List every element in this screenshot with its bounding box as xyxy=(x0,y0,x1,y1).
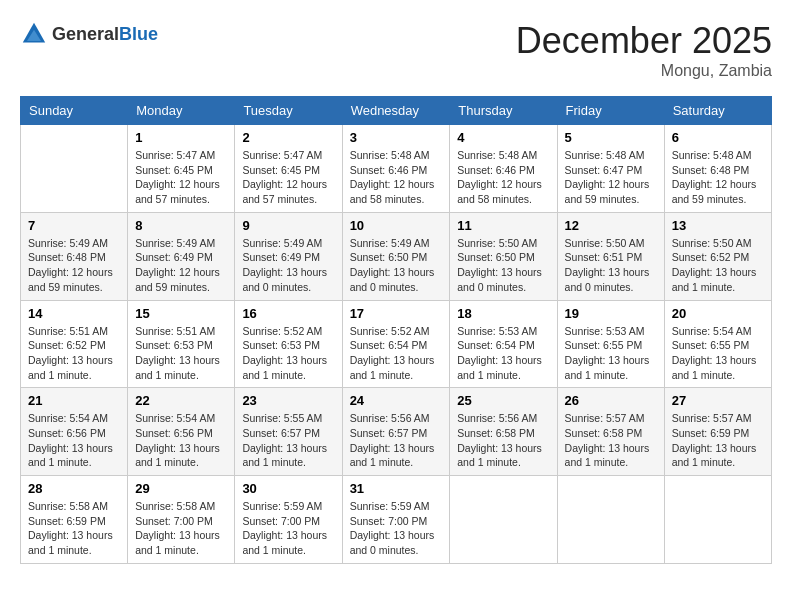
day-info: Sunrise: 5:52 AM Sunset: 6:53 PM Dayligh… xyxy=(242,324,334,383)
day-info: Sunrise: 5:59 AM Sunset: 7:00 PM Dayligh… xyxy=(242,499,334,558)
calendar-cell xyxy=(450,476,557,564)
day-number: 5 xyxy=(565,130,657,145)
day-number: 22 xyxy=(135,393,227,408)
calendar-cell: 29Sunrise: 5:58 AM Sunset: 7:00 PM Dayli… xyxy=(128,476,235,564)
calendar-cell: 22Sunrise: 5:54 AM Sunset: 6:56 PM Dayli… xyxy=(128,388,235,476)
day-number: 15 xyxy=(135,306,227,321)
day-info: Sunrise: 5:48 AM Sunset: 6:47 PM Dayligh… xyxy=(565,148,657,207)
calendar-cell: 16Sunrise: 5:52 AM Sunset: 6:53 PM Dayli… xyxy=(235,300,342,388)
day-number: 12 xyxy=(565,218,657,233)
calendar-cell: 28Sunrise: 5:58 AM Sunset: 6:59 PM Dayli… xyxy=(21,476,128,564)
day-info: Sunrise: 5:55 AM Sunset: 6:57 PM Dayligh… xyxy=(242,411,334,470)
day-number: 27 xyxy=(672,393,764,408)
calendar-cell: 7Sunrise: 5:49 AM Sunset: 6:48 PM Daylig… xyxy=(21,212,128,300)
calendar-cell: 8Sunrise: 5:49 AM Sunset: 6:49 PM Daylig… xyxy=(128,212,235,300)
calendar-cell: 20Sunrise: 5:54 AM Sunset: 6:55 PM Dayli… xyxy=(664,300,771,388)
day-info: Sunrise: 5:58 AM Sunset: 6:59 PM Dayligh… xyxy=(28,499,120,558)
day-number: 30 xyxy=(242,481,334,496)
day-number: 26 xyxy=(565,393,657,408)
day-number: 10 xyxy=(350,218,443,233)
calendar-cell: 23Sunrise: 5:55 AM Sunset: 6:57 PM Dayli… xyxy=(235,388,342,476)
day-info: Sunrise: 5:52 AM Sunset: 6:54 PM Dayligh… xyxy=(350,324,443,383)
day-number: 9 xyxy=(242,218,334,233)
day-info: Sunrise: 5:56 AM Sunset: 6:58 PM Dayligh… xyxy=(457,411,549,470)
calendar-week-row: 14Sunrise: 5:51 AM Sunset: 6:52 PM Dayli… xyxy=(21,300,772,388)
calendar-week-row: 1Sunrise: 5:47 AM Sunset: 6:45 PM Daylig… xyxy=(21,125,772,213)
day-number: 2 xyxy=(242,130,334,145)
day-number: 13 xyxy=(672,218,764,233)
day-number: 11 xyxy=(457,218,549,233)
day-info: Sunrise: 5:59 AM Sunset: 7:00 PM Dayligh… xyxy=(350,499,443,558)
calendar-cell: 4Sunrise: 5:48 AM Sunset: 6:46 PM Daylig… xyxy=(450,125,557,213)
day-info: Sunrise: 5:54 AM Sunset: 6:56 PM Dayligh… xyxy=(135,411,227,470)
day-number: 20 xyxy=(672,306,764,321)
header-day-tuesday: Tuesday xyxy=(235,97,342,125)
calendar-week-row: 7Sunrise: 5:49 AM Sunset: 6:48 PM Daylig… xyxy=(21,212,772,300)
calendar-cell: 3Sunrise: 5:48 AM Sunset: 6:46 PM Daylig… xyxy=(342,125,450,213)
calendar-table: SundayMondayTuesdayWednesdayThursdayFrid… xyxy=(20,96,772,564)
header-day-thursday: Thursday xyxy=(450,97,557,125)
calendar-cell: 6Sunrise: 5:48 AM Sunset: 6:48 PM Daylig… xyxy=(664,125,771,213)
day-number: 18 xyxy=(457,306,549,321)
day-number: 6 xyxy=(672,130,764,145)
day-info: Sunrise: 5:57 AM Sunset: 6:58 PM Dayligh… xyxy=(565,411,657,470)
calendar-cell: 10Sunrise: 5:49 AM Sunset: 6:50 PM Dayli… xyxy=(342,212,450,300)
day-info: Sunrise: 5:48 AM Sunset: 6:46 PM Dayligh… xyxy=(350,148,443,207)
day-number: 21 xyxy=(28,393,120,408)
calendar-cell xyxy=(664,476,771,564)
day-info: Sunrise: 5:54 AM Sunset: 6:55 PM Dayligh… xyxy=(672,324,764,383)
day-info: Sunrise: 5:58 AM Sunset: 7:00 PM Dayligh… xyxy=(135,499,227,558)
calendar-cell: 12Sunrise: 5:50 AM Sunset: 6:51 PM Dayli… xyxy=(557,212,664,300)
calendar-cell: 26Sunrise: 5:57 AM Sunset: 6:58 PM Dayli… xyxy=(557,388,664,476)
calendar-cell xyxy=(21,125,128,213)
day-number: 25 xyxy=(457,393,549,408)
day-info: Sunrise: 5:48 AM Sunset: 6:48 PM Dayligh… xyxy=(672,148,764,207)
day-number: 8 xyxy=(135,218,227,233)
calendar-cell: 13Sunrise: 5:50 AM Sunset: 6:52 PM Dayli… xyxy=(664,212,771,300)
calendar-week-row: 28Sunrise: 5:58 AM Sunset: 6:59 PM Dayli… xyxy=(21,476,772,564)
day-info: Sunrise: 5:50 AM Sunset: 6:51 PM Dayligh… xyxy=(565,236,657,295)
calendar-cell: 1Sunrise: 5:47 AM Sunset: 6:45 PM Daylig… xyxy=(128,125,235,213)
day-info: Sunrise: 5:47 AM Sunset: 6:45 PM Dayligh… xyxy=(242,148,334,207)
logo-text-general: General xyxy=(52,24,119,44)
calendar-subtitle: Mongu, Zambia xyxy=(516,62,772,80)
day-number: 3 xyxy=(350,130,443,145)
header-day-monday: Monday xyxy=(128,97,235,125)
day-info: Sunrise: 5:57 AM Sunset: 6:59 PM Dayligh… xyxy=(672,411,764,470)
calendar-cell: 24Sunrise: 5:56 AM Sunset: 6:57 PM Dayli… xyxy=(342,388,450,476)
day-info: Sunrise: 5:51 AM Sunset: 6:53 PM Dayligh… xyxy=(135,324,227,383)
day-info: Sunrise: 5:48 AM Sunset: 6:46 PM Dayligh… xyxy=(457,148,549,207)
calendar-cell: 21Sunrise: 5:54 AM Sunset: 6:56 PM Dayli… xyxy=(21,388,128,476)
day-info: Sunrise: 5:51 AM Sunset: 6:52 PM Dayligh… xyxy=(28,324,120,383)
day-number: 14 xyxy=(28,306,120,321)
day-info: Sunrise: 5:53 AM Sunset: 6:54 PM Dayligh… xyxy=(457,324,549,383)
logo-text-blue: Blue xyxy=(119,24,158,44)
day-info: Sunrise: 5:49 AM Sunset: 6:48 PM Dayligh… xyxy=(28,236,120,295)
calendar-title: December 2025 xyxy=(516,20,772,62)
calendar-cell: 30Sunrise: 5:59 AM Sunset: 7:00 PM Dayli… xyxy=(235,476,342,564)
day-number: 23 xyxy=(242,393,334,408)
calendar-header-row: SundayMondayTuesdayWednesdayThursdayFrid… xyxy=(21,97,772,125)
logo: GeneralBlue xyxy=(20,20,158,48)
day-number: 1 xyxy=(135,130,227,145)
day-number: 19 xyxy=(565,306,657,321)
header-day-wednesday: Wednesday xyxy=(342,97,450,125)
calendar-cell: 27Sunrise: 5:57 AM Sunset: 6:59 PM Dayli… xyxy=(664,388,771,476)
logo-icon xyxy=(20,20,48,48)
calendar-cell: 11Sunrise: 5:50 AM Sunset: 6:50 PM Dayli… xyxy=(450,212,557,300)
day-number: 28 xyxy=(28,481,120,496)
calendar-week-row: 21Sunrise: 5:54 AM Sunset: 6:56 PM Dayli… xyxy=(21,388,772,476)
day-info: Sunrise: 5:50 AM Sunset: 6:52 PM Dayligh… xyxy=(672,236,764,295)
calendar-cell: 15Sunrise: 5:51 AM Sunset: 6:53 PM Dayli… xyxy=(128,300,235,388)
day-number: 17 xyxy=(350,306,443,321)
header-day-friday: Friday xyxy=(557,97,664,125)
calendar-cell: 25Sunrise: 5:56 AM Sunset: 6:58 PM Dayli… xyxy=(450,388,557,476)
calendar-cell: 5Sunrise: 5:48 AM Sunset: 6:47 PM Daylig… xyxy=(557,125,664,213)
header-day-saturday: Saturday xyxy=(664,97,771,125)
day-info: Sunrise: 5:53 AM Sunset: 6:55 PM Dayligh… xyxy=(565,324,657,383)
day-info: Sunrise: 5:50 AM Sunset: 6:50 PM Dayligh… xyxy=(457,236,549,295)
calendar-cell: 9Sunrise: 5:49 AM Sunset: 6:49 PM Daylig… xyxy=(235,212,342,300)
day-info: Sunrise: 5:49 AM Sunset: 6:49 PM Dayligh… xyxy=(242,236,334,295)
calendar-cell: 19Sunrise: 5:53 AM Sunset: 6:55 PM Dayli… xyxy=(557,300,664,388)
day-number: 24 xyxy=(350,393,443,408)
